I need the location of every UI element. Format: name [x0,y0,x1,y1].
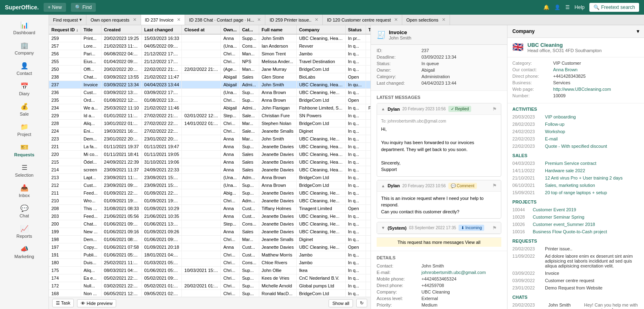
close-237-icon[interactable]: ✕ [177,17,181,22]
collapse-icon-1[interactable]: ▲ [381,107,385,111]
close-selections-icon[interactable]: ✕ [442,17,446,22]
dropdown-icon[interactable]: ▾ [79,17,82,22]
table-row[interactable]: 198Dem...01/06/2021 08:...01/06/2021 09:… [49,236,371,243]
table-row[interactable]: 197Copy...01/06/2021 07:5801/09/2021 20:… [49,243,371,251]
project-item[interactable]: 10044Customer Event 2019 [507,206,644,213]
flag-icon-1[interactable]: ⚑ [492,106,497,112]
col-status[interactable]: Status [345,25,366,34]
table-row[interactable]: 168Non ...06/05/2021 12:...09/05/2021 02… [49,290,371,297]
table-row[interactable]: 211Feed...01/09/2021 22:...01/09/2021 22… [49,189,371,197]
activity-item[interactable]: 22/02/2023Quote - With specified discoun… [507,142,644,150]
table-row[interactable]: 221La fa...01/11/2021 19:3701/11/2021 19… [49,143,371,151]
col-title[interactable]: Title [81,25,101,34]
sidebar-item-sale[interactable]: 💰 Sale [0,99,49,120]
sidebar-item-diary[interactable]: 📅 Diary [0,79,49,99]
table-row[interactable]: 255Eius...01/04/2022 09:...21/12/2022 17… [49,58,371,66]
sidebar-item-dashboard[interactable]: 📊 Dashboard [0,18,49,38]
activity-item[interactable]: 20/03/2023VIP onboarding [507,113,644,121]
table-row[interactable]: 224Eni...19/03/2021 16:...27/02/2022 22:… [49,127,371,135]
request-item[interactable]: 03/09/2022Customer centre request [507,277,644,284]
table-row[interactable]: 220Mi co...01/11/2021 18:4101/11/2021 19… [49,151,371,158]
flag-icon-2[interactable]: ⚑ [492,183,497,188]
table-row[interactable]: 175Aliq...08/03/2021 04:...01/06/2021 05… [49,267,371,274]
table-row[interactable]: 257Lore...21/02/2023 11:...04/05/2022 09… [49,42,371,50]
request-item[interactable]: 23/01/2022Demo Request from Website [507,284,644,291]
menu-icon[interactable]: ☰ [565,4,570,10]
col-last-changed[interactable]: Last changed [141,25,182,34]
request-item[interactable]: 11/09/2022Ad dolore labore enim ex deser… [507,252,644,270]
new-button[interactable]: + New [44,3,66,12]
table-row[interactable]: 213Lapt...23/09/2021 11:...23/09/2021 15… [49,174,371,182]
col-fullname[interactable]: Full name [259,25,296,34]
collapse-icon-2[interactable]: ▲ [381,184,385,188]
company-name[interactable]: UBC Cleaning [527,42,602,48]
activity-item[interactable]: 24/02/2023Workshop [507,128,644,135]
sale-item[interactable]: 06/10/2021Sales, marketing solution [507,182,644,189]
table-row[interactable]: 236Cust...03/09/2022 13:...03/09/2022 17… [49,89,371,96]
col-closed-at[interactable]: Closed at [182,25,221,34]
tab-find-request[interactable]: Find request ▾ [49,15,86,25]
sidebar-item-reports[interactable]: 📈 Reports [0,221,49,242]
table-row[interactable]: 259Print...20/02/2023 19:2515/03/2023 16… [49,34,371,42]
table-row[interactable]: 200Chat...01/06/2021 09:...01/06/2021 13… [49,220,371,228]
activity-item[interactable]: 22/02/2023E-mail [507,135,644,142]
project-item[interactable]: 10016Business Flow Quote-to-Cash project [507,228,644,235]
email-value[interactable]: johnrobertsmith.ubc@gmail.com [421,270,486,275]
find-button[interactable]: 🔍 Find [71,3,96,12]
freetext-search-button[interactable]: 🔍 Freetext search [589,3,639,12]
our-contact-value[interactable]: Anna Brown [553,67,578,72]
sale-item[interactable]: 21/10/202112 Anti virus Pro + User train… [507,174,644,182]
table-row[interactable]: 214screen23/09/2021 11:3724/09/2021 22:3… [49,166,371,174]
tab-own-requests[interactable]: Own open requests ✕ [86,15,141,25]
chat-item[interactable]: 20/02/2023John SmithHey! Can you help me… [507,301,644,309]
table-row[interactable]: 172Null...03/02/2021 22:...05/02/2021 01… [49,282,371,290]
close-120-icon[interactable]: ✕ [394,17,398,22]
col-company[interactable]: Company [296,25,345,34]
table-row[interactable]: 256Pari...06/08/2022 04:...21/12/2022 17… [49,50,371,58]
table-row[interactable]: 237Invoice03/09/2022 13:3404/04/2023 13:… [49,81,371,89]
task-button[interactable]: ☰ Task [52,299,74,307]
sidebar-item-selection[interactable]: ☰ Selection [0,160,49,181]
table-row[interactable]: 180Duis...25/02/2021 11:...01/03/2021 05… [49,259,371,267]
tab-id-238[interactable]: ID 238 Chat · Contact page · H... ✕ [185,15,266,25]
show-all-button[interactable]: Show all [329,299,353,307]
hide-preview-button[interactable]: 👁 Hide preview [77,299,116,307]
flag-icon-3[interactable]: ⚑ [492,225,497,231]
col-request-id[interactable]: Request ID ↓ [49,25,81,34]
table-row[interactable]: 228Aliq...10/01/2022 01:...27/02/2022 22… [49,120,371,127]
table-row[interactable]: 203Feed...21/06/2021 05:5621/06/2021 10:… [49,213,371,220]
company-panel-expand-icon[interactable]: ▾ [637,28,639,34]
col-tags[interactable]: Tags [366,25,371,34]
table-row[interactable]: 234We a...25/03/2022 11:1021/02/2022 11:… [49,104,371,112]
sidebar-item-marketing[interactable]: 📣 Marketing [0,242,49,262]
request-item[interactable]: 20/02/2023Printer issue.. [507,245,644,252]
table-row[interactable]: 199New ...01/06/2021 09:1601/09/2021 09:… [49,228,371,236]
project-item[interactable]: 10026Customer event_Summer 2018 [507,221,644,228]
notifications-icon[interactable]: 🔔 [543,4,549,10]
collapse-icon-3[interactable]: ▼ [381,226,385,230]
request-item[interactable]: 03/09/2022Invoice [507,270,644,277]
table-row[interactable]: 229Id a...01/01/2022 11:...27/02/2022 21… [49,112,371,120]
sidebar-item-inbox[interactable]: 📥 Inbox [0,181,49,201]
activity-item[interactable]: 28/02/2023Follow-up [507,121,644,128]
table-row[interactable]: 223Dem...23/01/2022 20:...23/01/2022 20:… [49,135,371,143]
sale-item[interactable]: 15/09/202120 top of range laptops + setu… [507,189,644,196]
tab-id-120[interactable]: ID 120 Customer centre request ✕ [323,15,402,25]
table-row[interactable]: 215Ödel...24/09/2021 22:3931/10/2021 19:… [49,158,371,166]
col-category[interactable]: Cat... [239,25,259,34]
sale-item[interactable]: 14/11/2022Hardware sale 2022 [507,167,644,174]
table-row[interactable]: 191Publi...01/06/2021 05:...18/01/2021 0… [49,251,371,259]
table-row[interactable]: 238Chat...03/09/2022 13:5521/02/2022 11:… [49,73,371,81]
table-row[interactable]: 212Cust...23/09/2021 09:...23/09/2021 15… [49,182,371,189]
table-row[interactable]: 250Offi...20/02/2022 20:...22/02/2022 21… [49,66,371,73]
col-owner[interactable]: Own... [221,25,239,34]
webpage-value[interactable]: http://www.UBCcleaning.com [553,87,611,92]
sidebar-item-company[interactable]: 🏢 Company [0,38,49,59]
sidebar-item-chat[interactable]: 💬 Chat [0,201,49,221]
table-row[interactable]: 208This ...31/08/2021 08:3301/09/2021 10… [49,205,371,213]
tab-id-259[interactable]: ID 259 Printer issue.. ✕ [265,15,323,25]
close-own-requests-icon[interactable]: ✕ [133,17,137,22]
close-238-icon[interactable]: ✕ [257,17,261,22]
table-row[interactable]: 174Ea e...05/02/2021 22:...05/02/2021 09… [49,274,371,282]
user-avatar[interactable]: 👤 [554,4,560,10]
